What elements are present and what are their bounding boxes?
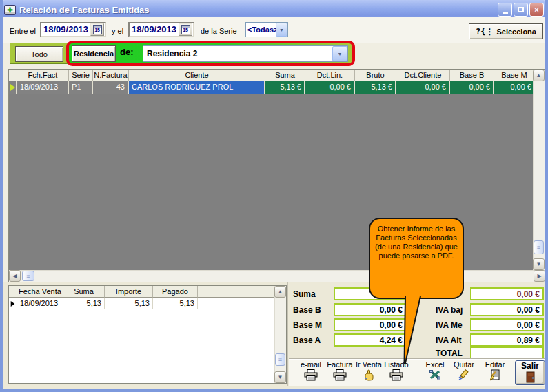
col-header-dct-lin[interactable]: Dct.Lin. (305, 70, 355, 81)
email-button[interactable]: e-mail (295, 360, 327, 382)
editar-label: Editar (479, 360, 511, 369)
date-to-field[interactable]: 18/09/2013 15 (128, 22, 194, 37)
chevron-down-icon[interactable]: ▼ (332, 46, 347, 61)
factura-button[interactable]: Factura (324, 360, 356, 382)
invoices-grid: Fch.Fact Serie N.Factura Cliente Suma Dc… (8, 69, 545, 282)
base-b-label: Base B (293, 305, 321, 315)
tooltip-text: Obtener Informe de las Facturas Seleccio… (374, 225, 458, 260)
sales-header-row: Fecha Venta Suma Importe Pagado (9, 286, 274, 298)
door-icon (516, 371, 545, 383)
selecciona-label: Selecciona (496, 28, 536, 36)
cell-n-factura[interactable]: 43 (93, 81, 129, 94)
table-row[interactable]: 18/09/2013 5,13 5,13 5,13 (9, 298, 198, 309)
vertical-scrollbar[interactable] (274, 286, 286, 383)
cell-bruto[interactable]: 5,13 € (355, 81, 396, 94)
de-label: de: (120, 47, 134, 57)
cell-serie[interactable]: P1 (69, 81, 93, 94)
scroll-up-icon[interactable]: ▲ (274, 286, 286, 298)
y-el-label: y el (112, 27, 123, 35)
scroll-up-icon[interactable]: ▲ (533, 70, 545, 81)
col-header-base-m[interactable]: Base M (494, 70, 534, 81)
edit-icon (479, 369, 511, 382)
table-row[interactable]: 18/09/2013 P1 43 CARLOS RODRIGUEZ PROL 5… (9, 81, 534, 94)
cell-fch-fact[interactable]: 18/09/2013 (17, 81, 69, 94)
printer-icon (324, 369, 356, 382)
cell-suma[interactable]: 5,13 € (265, 81, 305, 94)
col-header-base-b[interactable]: Base B (450, 70, 494, 81)
window-title: Relación de Facturas Emitidas (19, 5, 498, 15)
col-header-importe[interactable]: Importe (105, 286, 153, 298)
iva-alt-field: 0,89 € (470, 333, 544, 347)
col-header-n-factura[interactable]: N.Factura (93, 70, 129, 81)
col-header-pagado[interactable]: Pagado (153, 286, 198, 298)
scrollbar-thumb[interactable] (534, 240, 544, 254)
residencia-select[interactable]: Residencia 2 ▼ (143, 45, 348, 62)
calendar-to-button[interactable]: 15 (179, 23, 192, 36)
corner-cell[interactable] (9, 286, 17, 298)
eraser-icon (448, 369, 480, 382)
serie-select[interactable]: <Todas> ▼ (245, 22, 288, 37)
scroll-down-icon[interactable]: ▼ (274, 371, 286, 383)
scroll-down-icon[interactable]: ▼ (533, 258, 545, 270)
build-icon: ?{⋮ (476, 27, 494, 37)
minimize-button[interactable] (498, 3, 512, 17)
base-a-label: Base A (293, 336, 321, 345)
date-to-value: 18/09/2013 (130, 23, 179, 36)
factura-label: Factura (324, 360, 356, 369)
maximize-button[interactable] (514, 3, 528, 17)
editar-button[interactable]: Editar (479, 360, 511, 382)
row-marker (9, 298, 17, 309)
col-header-suma[interactable]: Suma (63, 286, 105, 298)
filter-bar: Entre el 18/09/2013 15 y el 18/09/2013 1… (3, 17, 545, 43)
cell-base-m[interactable]: 0,00 € (494, 81, 534, 94)
excel-icon (419, 369, 451, 382)
cell-base-b[interactable]: 0,00 € (450, 81, 494, 94)
iva-me-field: 0,00 € (470, 318, 544, 331)
sales-grid: Fecha Venta Suma Importe Pagado 18/09/20… (8, 285, 287, 384)
cell-dct-cliente[interactable]: 0,00 € (396, 81, 450, 94)
base-m-label: Base M (293, 320, 322, 330)
col-header-bruto[interactable]: Bruto (355, 70, 396, 81)
salir-button[interactable]: Salir (515, 360, 545, 385)
cell-cliente[interactable]: CARLOS RODRIGUEZ PROL (129, 81, 265, 94)
serie-selected-value: <Todas> (246, 25, 276, 34)
total-label: TOTAL (436, 349, 463, 358)
scrollbar-thumb[interactable] (22, 271, 34, 281)
maximize-icon (518, 7, 524, 12)
cell-fecha-venta[interactable]: 18/09/2013 (17, 298, 63, 309)
chevron-down-icon[interactable]: ▼ (276, 23, 287, 37)
cell-suma[interactable]: 5,13 (63, 298, 105, 309)
corner-cell[interactable] (9, 70, 17, 81)
quitar-button[interactable]: Quitar (448, 360, 480, 382)
cell-pagado[interactable]: 5,13 (153, 298, 198, 309)
tooltip-tail (396, 295, 426, 367)
salir-label: Salir (516, 361, 545, 371)
col-header-dct-cliente[interactable]: Dct.Cliente (396, 70, 450, 81)
residencia-label: Residencia (74, 50, 114, 58)
col-header-suma[interactable]: Suma (265, 70, 305, 81)
printer-icon (295, 369, 327, 382)
calendar-from-button[interactable]: 15 (90, 23, 104, 36)
col-header-fch-fact[interactable]: Fch.Fact (17, 70, 69, 81)
scrollbar-thumb[interactable] (275, 353, 285, 366)
todo-label: Todo (31, 50, 48, 59)
todo-button[interactable]: Todo (15, 46, 63, 62)
col-header-serie[interactable]: Serie (69, 70, 93, 81)
tooltip-callout: Obtener Informe de las Facturas Seleccio… (369, 218, 464, 299)
close-button[interactable]: × (529, 3, 544, 17)
close-icon: × (534, 6, 538, 14)
row-marker (9, 81, 17, 94)
residencia-button[interactable]: Residencia (72, 45, 116, 62)
horizontal-scrollbar[interactable] (9, 270, 546, 282)
scroll-right-icon[interactable]: ▶ (534, 270, 545, 282)
residencia-selected-value: Residencia 2 (143, 49, 332, 59)
cell-dct-lin[interactable]: 0,00 € (305, 81, 355, 94)
minimize-icon (503, 12, 508, 14)
cell-importe[interactable]: 5,13 (105, 298, 153, 309)
date-from-field[interactable]: 18/09/2013 15 (40, 22, 106, 37)
iva-baj-label: IVA baj (436, 305, 463, 315)
scroll-left-icon[interactable]: ◀ (9, 270, 21, 282)
selecciona-button[interactable]: ?{⋮ Selecciona (469, 23, 543, 39)
col-header-cliente[interactable]: Cliente (129, 70, 265, 81)
col-header-fecha-venta[interactable]: Fecha Venta (17, 286, 63, 298)
